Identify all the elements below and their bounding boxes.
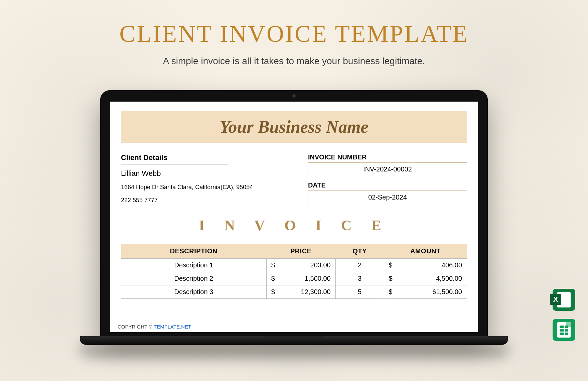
- cell-price: $203.00: [266, 259, 335, 272]
- cell-amount: $61,500.00: [384, 285, 467, 299]
- invoice-business-header: Your Business Name: [121, 111, 467, 143]
- col-description: DESCRIPTION: [121, 244, 267, 259]
- excel-icon: X: [553, 289, 575, 311]
- copyright-line: COPYRIGHT © TEMPLATE.NET: [118, 324, 191, 330]
- invoice-meta-column: INVOICE NUMBER INV-2024-00002 DATE 02-Se…: [308, 153, 467, 204]
- cell-price: $1,500.00: [266, 272, 335, 285]
- laptop-base: [80, 336, 508, 345]
- invoice-number-label: INVOICE NUMBER: [308, 153, 467, 161]
- laptop-camera: [292, 94, 296, 98]
- client-name: Lillian Webb: [121, 169, 288, 178]
- cell-amount: $406.00: [384, 259, 467, 272]
- table-row: Description 2$1,500.003$4,500.00: [121, 272, 467, 285]
- copyright-brand: TEMPLATE.NET: [154, 324, 191, 330]
- cell-price: $12,300.00: [266, 285, 335, 299]
- client-address: 1664 Hope Dr Santa Clara, California(CA)…: [121, 184, 288, 191]
- laptop-bezel: Your Business Name Client Details Lillia…: [100, 90, 488, 336]
- cell-description: Description 1: [121, 259, 267, 272]
- excel-x-badge: X: [550, 294, 561, 305]
- laptop-screen: Your Business Name Client Details Lillia…: [110, 102, 478, 332]
- invoice-items-table: DESCRIPTION PRICE QTY AMOUNT Description…: [121, 244, 467, 299]
- business-name: Your Business Name: [220, 117, 369, 136]
- table-row: Description 1$203.002$406.00: [121, 259, 467, 272]
- col-price: PRICE: [266, 244, 335, 259]
- invoice-heading: I N V O I C E: [121, 217, 467, 234]
- page-title: CLIENT INVOICE TEMPLATE: [0, 20, 588, 48]
- client-details-column: Client Details Lillian Webb 1664 Hope Dr…: [121, 153, 288, 204]
- invoice-number-value: INV-2024-00002: [308, 162, 467, 176]
- invoice-date-label: DATE: [308, 181, 467, 189]
- cell-amount: $4,500.00: [384, 272, 467, 285]
- laptop-mockup: Your Business Name Client Details Lillia…: [100, 90, 488, 345]
- cell-qty: 2: [335, 259, 384, 272]
- page-subtitle: A simple invoice is all it takes to make…: [0, 56, 588, 67]
- invoice-date-value: 02-Sep-2024: [308, 190, 467, 204]
- table-row: Description 3$12,300.005$61,500.00: [121, 285, 467, 299]
- col-qty: QTY: [335, 244, 384, 259]
- copyright-prefix: COPYRIGHT ©: [118, 324, 154, 330]
- table-header: DESCRIPTION PRICE QTY AMOUNT: [121, 244, 467, 259]
- cell-description: Description 3: [121, 285, 267, 299]
- cell-qty: 5: [335, 285, 384, 299]
- client-phone: 222 555 7777: [121, 197, 288, 204]
- invoice-details-row: Client Details Lillian Webb 1664 Hope Dr…: [121, 153, 467, 204]
- file-format-icons: X: [553, 289, 575, 341]
- google-sheets-icon: [553, 319, 575, 341]
- cell-qty: 3: [335, 272, 384, 285]
- cell-description: Description 2: [121, 272, 267, 285]
- col-amount: AMOUNT: [384, 244, 467, 259]
- client-details-heading: Client Details: [121, 153, 228, 164]
